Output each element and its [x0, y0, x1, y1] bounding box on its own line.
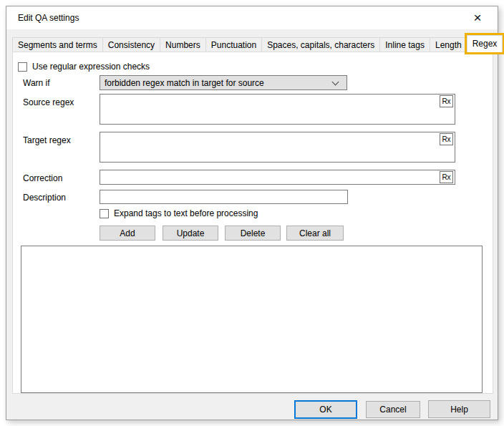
warn-if-dropdown[interactable]: forbidden regex match in target for sour… — [100, 75, 347, 90]
expand-tags-checkbox[interactable] — [100, 209, 109, 218]
title-bar: Edit QA settings × — [6, 6, 498, 29]
clear-all-button[interactable]: Clear all — [286, 226, 344, 241]
use-regex-checkbox-row: Use regular expression checks — [18, 62, 150, 72]
source-regex-textarea[interactable] — [100, 94, 455, 125]
use-regex-checkbox[interactable] — [18, 62, 27, 72]
target-regex-rx-button[interactable]: Rx — [440, 133, 453, 145]
delete-button[interactable]: Delete — [225, 226, 281, 241]
add-button[interactable]: Add — [100, 226, 155, 241]
regex-rules-list[interactable] — [21, 246, 483, 393]
target-regex-label: Target regex — [23, 135, 71, 145]
source-regex-label: Source regex — [23, 97, 74, 107]
expand-tags-checkbox-row: Expand tags to text before processing — [100, 208, 258, 218]
use-regex-checkbox-label: Use regular expression checks — [32, 62, 150, 72]
help-button[interactable]: Help — [428, 400, 490, 418]
dialog-title: Edit QA settings — [18, 6, 79, 29]
close-icon[interactable]: × — [465, 8, 490, 28]
description-input[interactable] — [100, 190, 348, 204]
update-button[interactable]: Update — [163, 226, 218, 241]
tab-strip: Segments and terms Consistency Numbers P… — [12, 35, 504, 52]
tab-length[interactable]: Length — [430, 37, 467, 52]
chevron-down-icon — [332, 78, 339, 85]
expand-tags-checkbox-label: Expand tags to text before processing — [114, 208, 258, 218]
warn-if-label: Warn if — [23, 78, 50, 88]
tab-consistency[interactable]: Consistency — [102, 37, 160, 52]
tab-spaces-capitals-characters[interactable]: Spaces, capitals, characters — [261, 37, 380, 52]
correction-input[interactable] — [100, 170, 455, 185]
source-regex-rx-button[interactable]: Rx — [440, 95, 453, 107]
tab-regex[interactable]: Regex — [467, 35, 503, 52]
warn-if-selected-value: forbidden regex match in target for sour… — [105, 78, 333, 88]
tab-segments-and-terms[interactable]: Segments and terms — [12, 37, 103, 52]
ok-button[interactable]: OK — [294, 400, 357, 419]
correction-label: Correction — [23, 173, 62, 183]
cancel-button[interactable]: Cancel — [366, 401, 420, 418]
tab-punctuation[interactable]: Punctuation — [205, 37, 262, 52]
target-regex-textarea[interactable] — [100, 132, 455, 163]
correction-rx-button[interactable]: Rx — [440, 171, 453, 183]
tab-numbers[interactable]: Numbers — [160, 37, 206, 52]
description-label: Description — [23, 193, 66, 203]
edit-qa-settings-dialog: Edit QA settings × Segments and terms Co… — [6, 6, 498, 420]
regex-tab-page: Use regular expression checks Warn if fo… — [12, 52, 493, 394]
tab-inline-tags[interactable]: Inline tags — [379, 37, 430, 52]
